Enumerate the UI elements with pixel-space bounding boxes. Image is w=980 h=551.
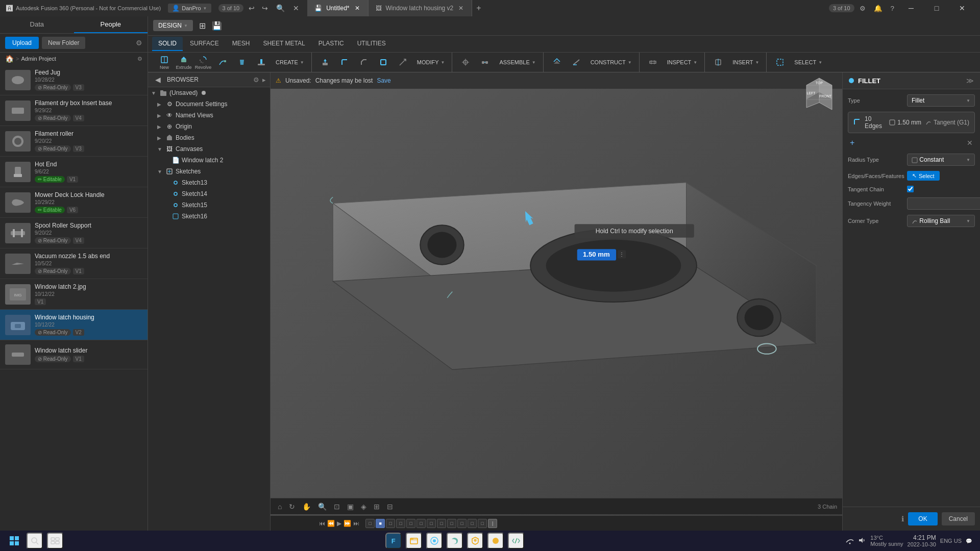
step-icon-9[interactable]: □ — [447, 519, 456, 528]
insert-more-button[interactable]: INSERT ▼ — [728, 55, 763, 70]
tree-item-canvases[interactable]: ▼ 🖼 Canvases — [148, 143, 270, 155]
step-icon-10[interactable]: □ — [457, 519, 467, 528]
step-icon-4[interactable]: □ — [396, 519, 405, 528]
gear-settings-icon[interactable]: ⚙ — [137, 56, 142, 62]
tree-item-more-icon[interactable]: ⋯ — [262, 90, 267, 96]
step-icon-2[interactable]: ■ — [376, 519, 385, 528]
design-mode-button[interactable]: DESIGN ▼ — [153, 20, 193, 31]
grid-icon[interactable]: ⊞ — [372, 502, 382, 512]
loft-button[interactable] — [233, 54, 251, 70]
render-icon[interactable]: ◈ — [359, 502, 369, 512]
redo-button[interactable]: ↪ — [260, 3, 270, 13]
brave-taskbar-icon[interactable] — [467, 533, 483, 549]
windows-start-button[interactable] — [6, 533, 22, 549]
list-item[interactable]: Spool Roller Support 9/20/22 ⊘ Read-Only… — [0, 218, 148, 248]
tab-plastic[interactable]: PLASTIC — [312, 37, 350, 51]
sweep-button[interactable] — [213, 54, 232, 70]
list-item[interactable]: Hot End 9/6/22 ✏ Editable V1 — [0, 157, 148, 187]
list-item[interactable]: IMG Window latch 2.jpg 10/12/22 V1 — [0, 279, 148, 310]
remove-edge-button[interactable]: ✕ — [966, 138, 974, 148]
step-icon-end[interactable]: | — [488, 519, 497, 528]
list-item[interactable]: Mower Deck Lock Handle 10/29/22 ✏ Editab… — [0, 187, 148, 218]
new-tab-button[interactable]: + — [472, 3, 485, 14]
fit-view-icon[interactable]: ⊡ — [332, 502, 342, 512]
tab-close-window-latch-icon[interactable]: ✕ — [457, 5, 464, 12]
list-item[interactable]: Window latch housing 10/12/22 ⊘ Read-Onl… — [0, 310, 148, 340]
tab-utilities[interactable]: UTILITIES — [351, 37, 392, 51]
tree-item-origin[interactable]: ▶ ⊕ Origin — [148, 121, 270, 132]
rigid-group-button[interactable] — [476, 54, 494, 70]
timeline-end-icon[interactable]: ⏭ — [353, 520, 359, 527]
shell-button[interactable] — [374, 54, 393, 70]
list-item[interactable]: Feed Jug 10/28/22 ⊘ Read-Only V3 — [0, 65, 148, 95]
tangency-weight-input[interactable]: 1.00 — [907, 197, 980, 210]
tree-item-bodies[interactable]: ▶ Bodies — [148, 132, 270, 143]
display-mode-icon[interactable]: ▣ — [345, 502, 356, 512]
step-icon-5[interactable]: □ — [406, 519, 415, 528]
volume-icon[interactable] — [858, 536, 866, 546]
fillet-button[interactable] — [335, 54, 354, 70]
home-view-icon[interactable]: ⌂ — [276, 502, 284, 512]
select-edges-button[interactable]: ↖ Select — [907, 171, 940, 181]
step-icon-7[interactable]: □ — [427, 519, 436, 528]
list-item[interactable]: Vacuum nozzle 1.5 abs end 10/5/22 ⊘ Read… — [0, 248, 148, 279]
search-button[interactable]: 🔍 — [273, 3, 288, 13]
upload-button[interactable]: Upload — [5, 37, 39, 49]
info-icon[interactable]: ℹ — [901, 512, 904, 525]
list-item[interactable]: Window latch slider ⊘ Read-Only V1 — [0, 340, 148, 369]
step-icon-12[interactable]: □ — [478, 519, 487, 528]
chrome-taskbar-icon[interactable] — [426, 533, 443, 549]
home-icon[interactable]: 🏠 — [5, 55, 14, 63]
notification-center-icon[interactable]: 💬 — [966, 538, 972, 544]
chamfer-button[interactable] — [355, 54, 373, 70]
firefox-taskbar-icon[interactable] — [487, 533, 504, 549]
timeline-play-icon[interactable]: ▶ — [337, 520, 341, 527]
view-settings-icon[interactable]: ⊟ — [385, 502, 395, 512]
tree-item-sketch13[interactable]: Sketch13 — [148, 177, 270, 188]
settings-icon[interactable]: ⚙ — [856, 4, 869, 13]
corner-type-select[interactable]: Rolling Ball ▼ — [907, 215, 975, 227]
tab-surface[interactable]: SURFACE — [184, 37, 225, 51]
tab-mesh[interactable]: MESH — [226, 37, 256, 51]
tree-item-sketch14[interactable]: Sketch14 — [148, 188, 270, 199]
tree-item-canvas-window-latch[interactable]: 📄 Window latch 2 — [148, 155, 270, 166]
tree-item-unsaved[interactable]: ▼ (Unsaved) ⋯ — [148, 87, 270, 98]
close-side-panel-button[interactable]: ✕ — [291, 3, 301, 13]
close-button[interactable]: ✕ — [950, 0, 974, 16]
tree-item-sketches[interactable]: ▼ Sketches — [148, 166, 270, 177]
undo-button[interactable]: ↩ — [247, 3, 257, 13]
step-icon-11[interactable]: □ — [468, 519, 477, 528]
tree-item-sketch15[interactable]: Sketch15 — [148, 199, 270, 211]
help-icon[interactable]: ? — [888, 4, 897, 13]
rib-button[interactable] — [252, 54, 271, 70]
sidebar-settings-icon[interactable]: ⚙ — [136, 39, 142, 47]
save-nav-icon[interactable]: 💾 — [210, 20, 224, 32]
sidebar-tab-data[interactable]: Data — [0, 16, 74, 33]
add-edge-button[interactable]: + — [849, 137, 855, 148]
inspect-more-button[interactable]: INSPECT ▼ — [663, 55, 702, 70]
modify-more-button[interactable]: MODIFY ▼ — [413, 55, 449, 70]
browser-toggle-button[interactable]: ◀ — [152, 74, 164, 85]
ok-button[interactable]: OK — [908, 512, 937, 525]
select-more-button[interactable]: SELECT ▼ — [790, 55, 826, 70]
explorer-taskbar-icon[interactable] — [406, 533, 422, 549]
edge-taskbar-icon[interactable] — [447, 533, 463, 549]
insert-derive-button[interactable] — [709, 54, 727, 70]
viewport[interactable]: ⚠ Unsaved: Changes may be lost Save — [271, 72, 842, 515]
tab-window-latch[interactable]: 🖼 Window latch housing v2 ✕ — [369, 0, 473, 16]
save-button[interactable]: Save — [377, 77, 390, 84]
angle-plane-button[interactable] — [567, 54, 585, 70]
select-button[interactable] — [771, 54, 789, 70]
tree-item-named-views[interactable]: ▶ 👁 Named Views — [148, 110, 270, 121]
tree-item-document-settings[interactable]: ▶ ⚙ Document Settings — [148, 98, 270, 110]
list-item[interactable]: Filament dry box Insert base 9/29/22 ⊘ R… — [0, 95, 148, 126]
task-view-icon[interactable] — [47, 533, 63, 549]
zoom-icon[interactable]: 🔍 — [316, 502, 329, 512]
measure-button[interactable] — [644, 54, 662, 70]
pan-icon[interactable]: ✋ — [300, 502, 313, 512]
browser-settings-icon[interactable]: ⚙ — [253, 76, 259, 84]
fusion360-taskbar-icon[interactable]: F — [385, 533, 402, 549]
notifications-icon[interactable]: 🔔 — [871, 4, 886, 13]
create-more-button[interactable]: CREATE ▼ — [272, 55, 308, 70]
step-icon-3[interactable]: □ — [386, 519, 395, 528]
